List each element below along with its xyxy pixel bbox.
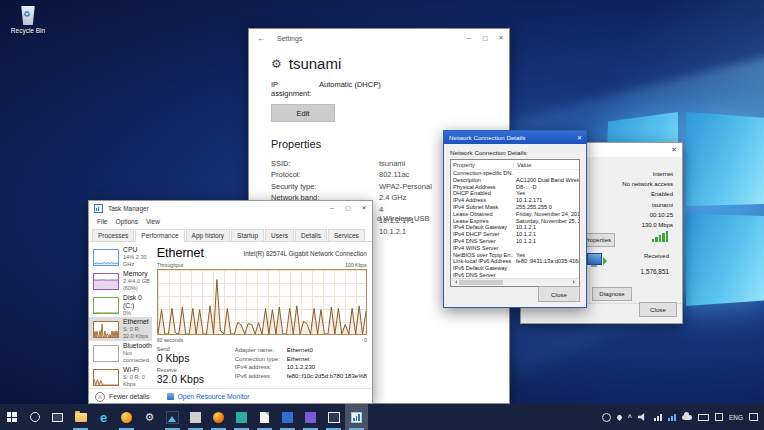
sidebar-item-bluetooth[interactable]: BluetoothNot connected — [89, 341, 152, 365]
file-explorer-icon[interactable] — [69, 404, 92, 430]
details-row[interactable]: Lease ObtainedFriday, November 24, 2017 … — [451, 211, 579, 218]
photos-app-icon[interactable] — [161, 404, 184, 430]
tray-signal-bars-icon[interactable] — [654, 414, 662, 421]
settings-gear-icon[interactable]: ⚙ — [138, 404, 161, 430]
tab-processes[interactable]: Processes — [92, 229, 134, 241]
details-value: Saturday, November 25, 2017 2:40:22 PM — [513, 218, 579, 225]
fewer-details-button[interactable]: ᐱ Fewer details — [95, 392, 149, 402]
detail-value: Ethernet0 — [287, 346, 313, 355]
maximize-icon[interactable]: ▢ — [477, 31, 493, 46]
back-icon[interactable]: ← — [257, 34, 265, 43]
details-row[interactable]: IPv4 Default Gateway10.1.2.1 — [451, 224, 579, 231]
tab-users[interactable]: Users — [265, 229, 294, 241]
app-orange-icon[interactable] — [115, 404, 138, 430]
sidebar-item-memory[interactable]: Memory2.4/4.0 GB (60%) — [89, 269, 152, 293]
details-row[interactable]: IPv4 Subnet Mask255.255.255.0 — [451, 204, 579, 211]
details-row[interactable]: Lease ExpiresSaturday, November 25, 2017… — [451, 218, 579, 225]
close-icon[interactable]: ✕ — [356, 201, 372, 216]
scroll-left-icon[interactable] — [453, 280, 457, 284]
menu-file[interactable]: File — [93, 218, 111, 225]
column-value[interactable]: Value — [514, 162, 531, 168]
edge-browser-icon[interactable]: e — [92, 404, 115, 430]
notepad-app-icon[interactable] — [253, 404, 276, 430]
tray-keyboard-icon[interactable] — [698, 414, 709, 421]
details-row[interactable]: DHCP EnabledYes — [451, 190, 579, 197]
scrollbar-thumb[interactable] — [459, 280, 503, 285]
firefox-browser-icon[interactable] — [207, 404, 230, 430]
sidebar-item-cpu[interactable]: CPU14% 2.30 GHz — [89, 245, 152, 269]
tab-startup[interactable]: Startup — [231, 229, 264, 241]
detail-label: Adapter name: — [235, 346, 287, 355]
task-view-button[interactable] — [46, 404, 69, 430]
tray-person-icon-glyph — [602, 413, 611, 422]
start-button[interactable] — [0, 404, 23, 430]
minimize-icon[interactable]: ─ — [324, 201, 340, 216]
details-listview[interactable]: Property Value Connection-specific DN...… — [450, 159, 580, 287]
sidebar-item-detail: S: 0 R: 0 Kbps — [123, 374, 152, 388]
adapter-details: Adapter name:Ethernet0Connection type:Et… — [235, 346, 367, 388]
tray-speaker-icon[interactable] — [638, 413, 648, 421]
scroll-right-icon[interactable] — [573, 280, 577, 284]
detail-label: Connection type: — [235, 355, 287, 364]
menu-options[interactable]: Options — [111, 218, 141, 225]
details-row[interactable]: IPv6 Default Gateway — [451, 265, 579, 272]
wifi-graph-thumbnail — [93, 369, 119, 386]
tray-action-center-icon[interactable] — [749, 413, 758, 421]
recycle-bin-shortcut[interactable]: Recycle Bin — [8, 6, 48, 34]
task-manager-icon[interactable] — [345, 404, 368, 430]
tray-chevron-up-icon[interactable]: ^ — [628, 414, 632, 421]
circle-glyph — [30, 412, 40, 422]
horizontal-scrollbar[interactable] — [451, 278, 579, 286]
app-teal-icon[interactable] — [230, 404, 253, 430]
task-manager-app-icon — [94, 204, 103, 213]
details-row[interactable]: Connection-specific DN... — [451, 170, 579, 177]
diagnose-button[interactable]: Diagnose — [592, 287, 632, 301]
tray-network-icon[interactable] — [668, 414, 676, 421]
app-blue-icon[interactable] — [276, 404, 299, 430]
close-icon[interactable]: ✕ — [577, 134, 582, 141]
details-row[interactable]: DescriptionAC1200 Dual Band Wireless USB… — [451, 177, 579, 184]
property-label: Protocol: — [271, 169, 379, 180]
tray-language-label[interactable]: ENG — [729, 414, 743, 421]
maximize-icon[interactable]: ▢ — [340, 201, 356, 216]
sidebar-item-wi-fi[interactable]: Wi-FiS: 0 R: 0 Kbps — [89, 365, 152, 389]
tray-action-center-icon-glyph — [749, 413, 758, 421]
tab-app-history[interactable]: App history — [186, 229, 231, 241]
tab-details[interactable]: Details — [295, 229, 327, 241]
app-purple-icon[interactable] — [299, 404, 322, 430]
details-row[interactable]: IPv4 WINS Server — [451, 245, 579, 252]
details-row[interactable]: Link-local IPv6 Addressfe80::9431:13a:d0… — [451, 258, 579, 265]
tab-performance[interactable]: Performance — [135, 229, 184, 242]
tray-cloud-icon[interactable] — [682, 415, 692, 420]
column-property[interactable]: Property — [451, 162, 514, 168]
details-row[interactable]: IPv4 DNS Server10.1.2.1 — [451, 238, 579, 245]
sidebar-item-ethernet[interactable]: EthernetS: 0 R: 32.0 Kbps — [89, 317, 152, 341]
close-icon[interactable]: ✕ — [671, 146, 677, 154]
close-icon[interactable]: ✕ — [493, 31, 509, 46]
status-value: 130.0 Mbps — [622, 220, 673, 230]
detail-value: Ethernet — [287, 355, 310, 364]
menu-view[interactable]: View — [142, 218, 164, 225]
details-row[interactable]: Physical AddressD8-…-D — [451, 184, 579, 191]
tray-box-icon[interactable] — [715, 413, 723, 421]
dialog-close-button[interactable]: Close — [538, 286, 580, 302]
app-gray-icon[interactable] — [184, 404, 207, 430]
wifi-close-button[interactable]: Close — [639, 302, 677, 317]
tray-person-icon[interactable] — [602, 413, 611, 422]
details-property: IPv4 Default Gateway — [451, 224, 513, 231]
tab-services[interactable]: Services — [328, 229, 365, 241]
minimize-icon[interactable]: ─ — [461, 31, 477, 46]
edit-button[interactable]: Edit — [271, 104, 335, 122]
adapter-subtitle: Intel(R) 82574L Gigabit Network Connecti… — [243, 250, 366, 257]
settings-window-title: Settings — [277, 35, 302, 42]
cortana-search-button[interactable] — [23, 404, 46, 430]
open-resource-monitor-link[interactable]: Open Resource Monitor — [167, 393, 249, 400]
app-window-icon[interactable] — [322, 404, 345, 430]
details-row[interactable]: IPv4 DHCP Server10.1.2.1 — [451, 231, 579, 238]
tray-pin-icon[interactable] — [617, 415, 622, 420]
taskview-glyph — [52, 413, 63, 422]
sidebar-item-disk-0-c-[interactable]: Disk 0 (C:)0% — [89, 293, 152, 317]
details-row[interactable]: IPv4 Address10.1.2.171 — [451, 197, 579, 204]
details-row[interactable]: NetBIOS over Tcpip En...Yes — [451, 252, 579, 259]
detail-label: IPv6 address: — [235, 372, 287, 381]
